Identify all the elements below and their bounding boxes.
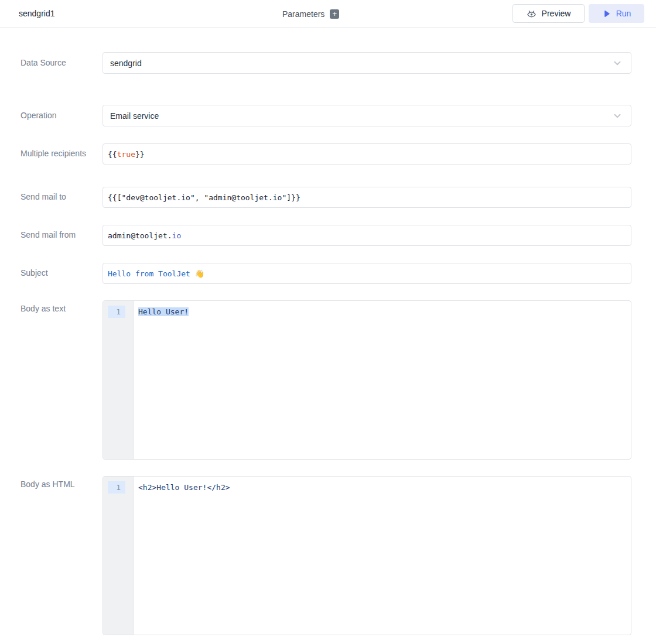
send-mail-to-input[interactable]: {{["dev@tooljet.io", "admin@tooljet.io"]… bbox=[102, 187, 631, 208]
line-number: 1 bbox=[108, 306, 125, 318]
parameters-label: Parameters bbox=[282, 9, 324, 19]
multiple-recipients-label: Multiple recipients bbox=[20, 148, 102, 160]
operation-value: Email service bbox=[110, 111, 612, 121]
body-as-html-editor[interactable]: 1 <h2>Hello User!</h2> bbox=[102, 476, 631, 635]
subject-row: Subject Hello from ToolJet 👋 bbox=[20, 263, 631, 284]
data-source-select[interactable]: sendgrid bbox=[102, 52, 631, 74]
code-string: Hello from ToolJet 👋 bbox=[108, 269, 204, 278]
editor-gutter: 1 bbox=[103, 477, 134, 635]
code-text: admin@tooljet bbox=[108, 231, 168, 240]
code-text: {{["dev@tooljet.io", "admin@tooljet.io"]… bbox=[108, 193, 300, 202]
code-property: io bbox=[172, 231, 182, 240]
add-parameter-button[interactable]: + bbox=[330, 9, 339, 19]
multiple-recipients-row: Multiple recipients {{true}} bbox=[20, 143, 631, 165]
body-as-html-content[interactable]: <h2>Hello User!</h2> bbox=[134, 477, 631, 635]
body-as-text-label: Body as text bbox=[20, 300, 102, 316]
data-source-value: sendgrid bbox=[110, 59, 612, 68]
body-as-text-content[interactable]: Hello User! bbox=[134, 301, 631, 459]
data-source-row: Data Source sendgrid bbox=[20, 52, 631, 74]
code-line: <h2>Hello User!</h2> bbox=[138, 483, 230, 492]
plus-icon: + bbox=[333, 10, 337, 18]
code-brace: }} bbox=[135, 150, 145, 159]
query-name[interactable]: sendgrid1 bbox=[19, 9, 55, 18]
query-editor-header: sendgrid1 Parameters + Preview bbox=[0, 0, 656, 28]
multiple-recipients-input[interactable]: {{true}} bbox=[102, 143, 631, 165]
header-actions: Preview Run bbox=[512, 4, 644, 23]
preview-button-label: Preview bbox=[542, 9, 571, 18]
send-mail-from-input[interactable]: admin@tooljet.io bbox=[102, 225, 631, 246]
send-mail-to-label: Send mail to bbox=[20, 191, 102, 204]
operation-select[interactable]: Email service bbox=[102, 105, 631, 126]
body-as-html-label: Body as HTML bbox=[20, 476, 102, 491]
play-icon bbox=[602, 9, 611, 18]
editor-gutter: 1 bbox=[103, 301, 134, 459]
eye-icon bbox=[527, 9, 537, 19]
operation-label: Operation bbox=[20, 109, 102, 122]
body-as-html-row: Body as HTML 1 <h2>Hello User!</h2> bbox=[20, 476, 631, 635]
body-as-text-editor[interactable]: 1 Hello User! bbox=[102, 300, 631, 460]
preview-button[interactable]: Preview bbox=[512, 4, 585, 23]
run-button-label: Run bbox=[616, 9, 631, 18]
send-mail-to-row: Send mail to {{["dev@tooljet.io", "admin… bbox=[20, 187, 631, 208]
send-mail-from-row: Send mail from admin@tooljet.io bbox=[20, 225, 631, 246]
code-atom: true bbox=[117, 150, 135, 159]
code-brace: {{ bbox=[108, 150, 117, 159]
data-source-label: Data Source bbox=[20, 57, 102, 70]
line-number: 1 bbox=[108, 481, 125, 494]
body-as-text-row: Body as text 1 Hello User! bbox=[20, 300, 631, 460]
chevron-down-icon bbox=[612, 58, 623, 68]
selected-code: Hello User! bbox=[138, 307, 189, 316]
chevron-down-icon bbox=[612, 111, 623, 121]
subject-input[interactable]: Hello from ToolJet 👋 bbox=[102, 263, 631, 284]
run-button[interactable]: Run bbox=[589, 4, 644, 23]
parameters-section: Parameters + bbox=[282, 0, 339, 28]
send-mail-from-label: Send mail from bbox=[20, 229, 102, 242]
query-config-form: Data Source sendgrid Operation Email ser… bbox=[0, 52, 656, 644]
subject-label: Subject bbox=[20, 267, 102, 280]
operation-row: Operation Email service bbox=[20, 105, 631, 126]
code-dot: . bbox=[168, 231, 172, 240]
